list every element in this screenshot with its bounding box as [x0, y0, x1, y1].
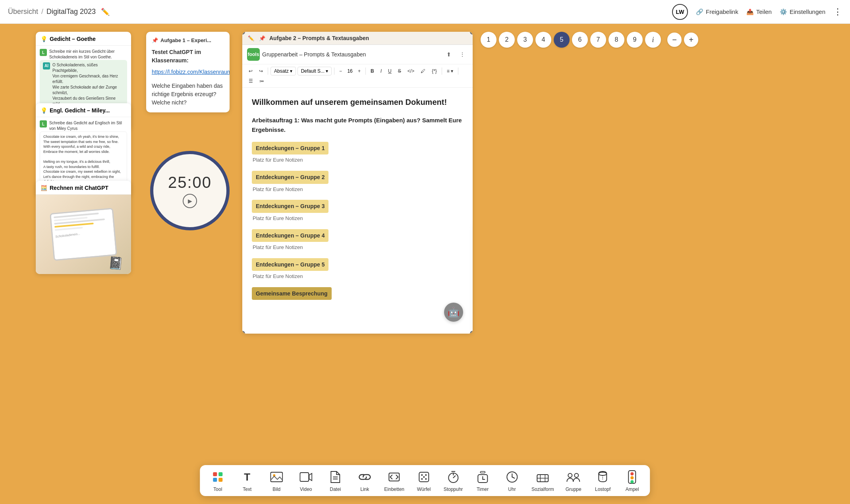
share-button[interactable]: 📤 Teilen [746, 8, 772, 15]
card-miley-header[interactable]: 💡 Engl. Gedicht – Miley... [36, 103, 131, 117]
svg-rect-6 [300, 473, 309, 481]
card-rechnen: 🧮 Rechnen mit ChatGPT Schokoladeneis... … [36, 181, 131, 274]
toolbar-item-bild[interactable]: Bild [267, 469, 286, 492]
svg-rect-3 [218, 478, 222, 482]
italic-button[interactable]: I [378, 67, 384, 75]
breadcrumb-home[interactable]: Übersicht [8, 8, 38, 16]
gruppe-label: Gruppe [566, 487, 581, 492]
redo-button[interactable]: ↪ [257, 67, 265, 75]
page-tab-7[interactable]: 7 [590, 32, 606, 48]
dice-icon [416, 469, 432, 485]
special-char-button[interactable]: {*} [429, 67, 439, 75]
svg-point-37 [631, 472, 634, 475]
group-section-4: Entdeckungen – Gruppe 4 Platz für Eure N… [252, 229, 463, 252]
group-placeholder-4[interactable]: Platz für Eure Notizen [252, 243, 463, 252]
undo-button[interactable]: ↩ [246, 67, 255, 75]
toolbar-item-video[interactable]: Video [296, 469, 316, 492]
page-tab-i[interactable]: i [645, 32, 661, 48]
page-tab-4[interactable]: 4 [535, 32, 551, 48]
toolbar-item-timer[interactable]: Timer [473, 469, 493, 492]
video-label: Video [300, 487, 312, 492]
page-tab-5[interactable]: 5 [554, 32, 570, 48]
svg-point-12 [421, 474, 423, 476]
page-tab-3[interactable]: 3 [517, 32, 533, 48]
ai-chat-button[interactable]: 🤖 [444, 303, 463, 322]
bulb-icon-2: 💡 [41, 107, 47, 114]
user-avatar-l: L [40, 49, 47, 56]
toolbar-item-sozialform[interactable]: Sozialform [531, 469, 554, 492]
avatar[interactable]: LW [672, 4, 688, 20]
toolbar-item-gruppe[interactable]: Gruppe [564, 469, 583, 492]
text-toolbar-icon: T [239, 469, 255, 485]
group-placeholder-2[interactable]: Platz für Eure Notizen [252, 185, 463, 194]
ampel-label: Ampel [626, 487, 639, 492]
style-dropdown[interactable]: Default S... ▾ [298, 67, 332, 75]
card-goethe-header[interactable]: 💡 Gedicht – Goethe [36, 32, 131, 46]
code-button[interactable]: </> [405, 67, 417, 75]
strikethrough-button[interactable]: S [396, 67, 404, 75]
toolbar-item-tool[interactable]: Tool [208, 469, 228, 492]
timer-play-button[interactable]: ▶ [183, 194, 197, 208]
card-aufgabe1: 📌 Aufgabe 1 – Experi... Testet ChatGPT i… [146, 32, 230, 112]
page-tab-9[interactable]: 9 [627, 32, 643, 48]
lostopf-label: Lostopf [595, 487, 610, 492]
tool-icon [210, 469, 226, 485]
doc-main-title: Willkommen auf unserem gemeinsamen Dokum… [252, 96, 463, 108]
doc-upload-icon[interactable]: ⬆ [443, 49, 454, 60]
font-increase-button[interactable]: + [355, 67, 363, 75]
lottery-icon [595, 469, 611, 485]
align-button[interactable]: ≡ ▾ [444, 67, 456, 75]
group-placeholder-5[interactable]: Platz für Eure Notizen [252, 272, 463, 281]
bulb-icon: 💡 [41, 36, 47, 42]
goethe-prompt-msg: L Schreibe mir ein kurzes Gedicht über S… [40, 49, 127, 60]
page-tab-8[interactable]: 8 [609, 32, 624, 48]
image-icon [269, 469, 284, 485]
toolbar-item-wuerfel[interactable]: Würfel [414, 469, 434, 492]
page-tab-1[interactable]: 1 [481, 32, 496, 48]
page-tab-6[interactable]: 6 [572, 32, 588, 48]
card-rechnen-header[interactable]: 🧮 Rechnen mit ChatGPT [36, 181, 131, 195]
highlight-button[interactable]: 🖊 [418, 67, 428, 75]
timer-display: 25:00 [168, 174, 212, 191]
gemeinsame-label: Gemeinsame Besprechung [252, 287, 332, 300]
card-aufgabe1-title-bar[interactable]: 📌 Aufgabe 1 – Experi... [152, 37, 224, 43]
format-separator-3 [365, 68, 366, 75]
list-ordered-button[interactable]: ≔ [257, 77, 267, 85]
aufgabe1-link[interactable]: https://l.fobizz.com/Klassenraum16 [152, 69, 230, 75]
paragraph-dropdown[interactable]: Absatz ▾ [270, 67, 296, 75]
timer-label: Timer [477, 487, 489, 492]
group-section-gemeinsame: Gemeinsame Besprechung [252, 287, 463, 301]
svg-point-39 [631, 480, 634, 483]
video-icon [298, 469, 314, 485]
font-size-display: 16 [346, 68, 354, 74]
font-decrease-button[interactable]: − [337, 67, 344, 75]
svg-point-34 [599, 472, 607, 475]
toolbar-item-text[interactable]: T Text [237, 469, 257, 492]
settings-button[interactable]: ⚙️ Einstellungen [780, 8, 825, 15]
robot-icon: 🤖 [448, 307, 460, 318]
underline-button[interactable]: U [386, 67, 394, 75]
zoom-in-button[interactable]: + [684, 33, 698, 47]
toolbar-item-uhr[interactable]: Uhr [502, 469, 522, 492]
toolbar-item-lostopf[interactable]: Lostopf [593, 469, 613, 492]
page-tab-2[interactable]: 2 [499, 32, 515, 48]
group-section-2: Entdeckungen – Gruppe 2 Platz für Eure N… [252, 171, 463, 193]
group-icon [566, 469, 581, 485]
zoom-out-button[interactable]: − [667, 33, 682, 47]
link-toolbar-icon [357, 469, 373, 485]
bold-button[interactable]: B [368, 67, 377, 75]
edit-title-icon[interactable]: ✏️ [101, 8, 109, 16]
toolbar-item-link[interactable]: Link [355, 469, 375, 492]
toolbar-item-einbetten[interactable]: Einbetten [384, 469, 404, 492]
doc-more-icon[interactable]: ⋮ [457, 49, 468, 60]
list-unordered-button[interactable]: ☰ [246, 77, 255, 85]
group-placeholder-1[interactable]: Platz für Eure Notizen [252, 156, 463, 164]
group-placeholder-3[interactable]: Platz für Eure Notizen [252, 214, 463, 223]
toolbar-item-ampel[interactable]: Ampel [622, 469, 642, 492]
file-icon [327, 469, 343, 485]
share-link-button[interactable]: 🔗 Freigabelink [696, 8, 738, 15]
more-options-button[interactable]: ⋮ [833, 7, 842, 17]
toolbar-item-stoppuhr[interactable]: Stoppuhr [443, 469, 463, 492]
timer-toolbar-icon [475, 469, 491, 485]
toolbar-item-datei[interactable]: Datei [325, 469, 345, 492]
